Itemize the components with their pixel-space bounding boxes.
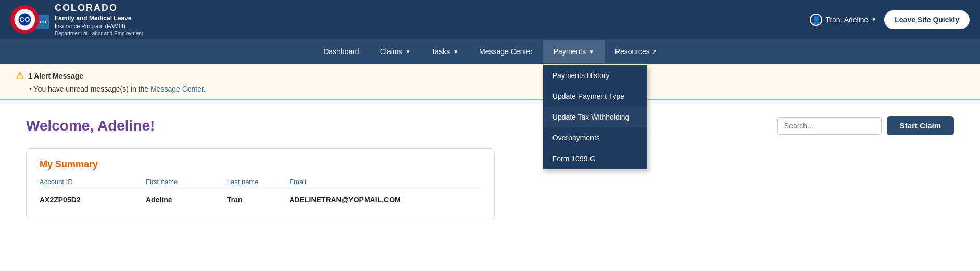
- nav-item-message-center[interactable]: Message Center: [469, 40, 543, 63]
- nav-tasks-label: Tasks: [431, 47, 450, 56]
- alert-message: • You have unread message(s) in the Mess…: [16, 85, 964, 93]
- leave-site-button[interactable]: Leave Site Quickly: [884, 10, 970, 29]
- nav-claims-label: Claims: [380, 47, 403, 56]
- welcome-title: Welcome, Adeline!: [26, 118, 155, 134]
- payments-dropdown-item-tax-withholding[interactable]: Update Tax Withholding: [543, 107, 647, 127]
- start-claim-button[interactable]: Start Claim: [887, 116, 954, 135]
- co-logo: CO: [10, 5, 39, 34]
- summary-table: Account ID First name Last name Email AX…: [40, 178, 481, 209]
- summary-table-header-row: Account ID First name Last name Email: [40, 178, 481, 190]
- alert-banner: ⚠ 1 Alert Message • You have unread mess…: [0, 64, 980, 100]
- logo-area: CO CDLE COLORADO Family and Medical Leav…: [10, 2, 143, 36]
- cell-email: ADELINETRAN@YOPMAIL.COM: [289, 190, 481, 210]
- alert-title: ⚠ 1 Alert Message: [16, 70, 964, 82]
- nav-item-claims[interactable]: Claims ▼: [370, 40, 421, 63]
- payments-dropdown: Payments History Update Payment Type Upd…: [543, 65, 647, 169]
- col-header-account-id: Account ID: [40, 178, 146, 190]
- payments-dropdown-item-1099g[interactable]: Form 1099-G: [543, 148, 647, 169]
- col-header-first-name: First name: [146, 178, 227, 190]
- main-content: Welcome, Adeline! Start Claim My Summary…: [0, 100, 980, 271]
- payments-dropdown-item-history[interactable]: Payments History: [543, 65, 647, 86]
- resources-external-icon: ➚: [652, 48, 657, 55]
- nav-payments-label: Payments: [554, 47, 586, 56]
- nav-resources-label: Resources: [615, 47, 650, 56]
- tasks-chevron-icon: ▼: [453, 49, 458, 55]
- alert-warning-icon: ⚠: [16, 70, 24, 82]
- claims-chevron-icon: ▼: [405, 49, 410, 55]
- user-chevron-icon: ▼: [871, 17, 876, 22]
- col-header-email: Email: [289, 178, 481, 190]
- col-header-last-name: Last name: [227, 178, 290, 190]
- nav-item-dashboard[interactable]: Dashboard: [313, 40, 370, 63]
- main-nav: Dashboard Claims ▼ Tasks ▼ Message Cente…: [0, 39, 980, 64]
- search-input[interactable]: [777, 117, 882, 135]
- payments-chevron-icon: ▼: [589, 49, 594, 55]
- message-center-link[interactable]: Message Center: [150, 85, 204, 93]
- cell-first-name: Adeline: [146, 190, 227, 210]
- summary-card: My Summary Account ID First name Last na…: [26, 148, 495, 220]
- payments-dropdown-item-overpayments[interactable]: Overpayments: [543, 127, 647, 148]
- nav-item-tasks[interactable]: Tasks ▼: [421, 40, 469, 63]
- summary-title: My Summary: [40, 159, 481, 170]
- nav-item-resources[interactable]: Resources ➚: [605, 40, 667, 63]
- user-avatar-icon: 👤: [810, 14, 822, 26]
- header-right: 👤 Tran, Adeline ▼ Leave Site Quickly: [810, 10, 970, 29]
- cell-last-name: Tran: [227, 190, 290, 210]
- welcome-section: Welcome, Adeline! Start Claim: [26, 116, 954, 135]
- nav-item-payments[interactable]: Payments ▼ Payments History Update Payme…: [543, 40, 605, 63]
- search-area: Start Claim: [777, 116, 954, 135]
- site-header: CO CDLE COLORADO Family and Medical Leav…: [0, 0, 980, 39]
- cell-account-id: AX2ZP05D2: [40, 190, 146, 210]
- nav-message-center-label: Message Center: [479, 47, 533, 56]
- payments-dropdown-item-payment-type[interactable]: Update Payment Type: [543, 86, 647, 107]
- user-name: Tran, Adeline: [825, 16, 868, 24]
- logo-text: COLORADO Family and Medical Leave Insura…: [55, 2, 143, 36]
- nav-dashboard-label: Dashboard: [323, 47, 359, 56]
- svg-text:CO: CO: [20, 16, 30, 23]
- summary-table-row: AX2ZP05D2 Adeline Tran ADELINETRAN@YOPMA…: [40, 190, 481, 210]
- user-menu[interactable]: 👤 Tran, Adeline ▼: [810, 14, 876, 26]
